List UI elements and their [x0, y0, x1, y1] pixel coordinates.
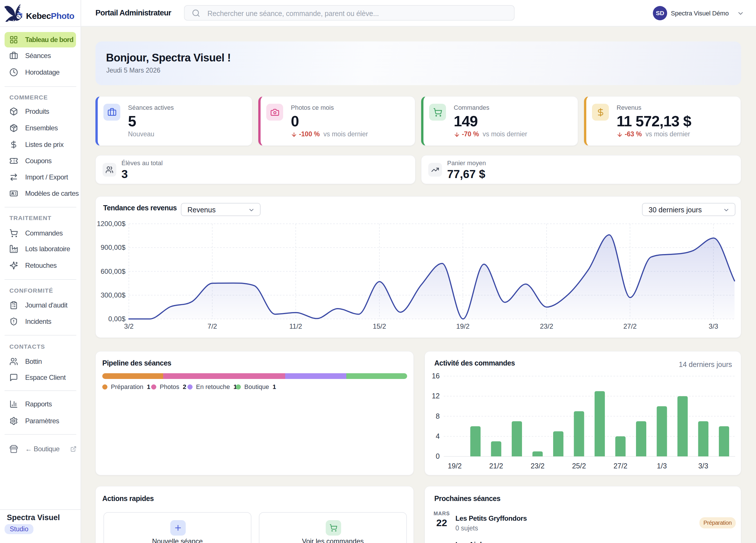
svg-text:19/2: 19/2 [456, 322, 470, 330]
svg-text:15/2: 15/2 [373, 322, 386, 330]
svg-text:1/3: 1/3 [657, 462, 667, 470]
svg-text:7/2: 7/2 [207, 322, 217, 330]
svg-text:3/3: 3/3 [709, 322, 718, 330]
svg-text:27/2: 27/2 [623, 322, 637, 330]
svg-text:12: 12 [432, 392, 440, 400]
svg-text:11/2: 11/2 [289, 322, 302, 330]
svg-text:1200,00$: 1200,00$ [97, 220, 125, 227]
svg-text:900,00$: 900,00$ [101, 243, 125, 251]
svg-text:3/2: 3/2 [124, 322, 133, 330]
svg-text:0,00$: 0,00$ [108, 315, 125, 323]
svg-text:21/2: 21/2 [489, 462, 503, 470]
svg-text:600,00$: 600,00$ [101, 267, 125, 275]
svg-text:25/2: 25/2 [572, 462, 586, 470]
svg-text:27/2: 27/2 [613, 462, 627, 470]
svg-text:23/2: 23/2 [540, 322, 553, 330]
svg-text:4: 4 [436, 432, 440, 440]
svg-text:0: 0 [436, 452, 440, 460]
svg-text:8: 8 [436, 412, 440, 420]
svg-text:19/2: 19/2 [448, 462, 462, 470]
svg-text:16: 16 [432, 372, 440, 380]
svg-text:3/3: 3/3 [698, 462, 708, 470]
svg-text:23/2: 23/2 [531, 462, 545, 470]
svg-text:300,00$: 300,00$ [101, 291, 125, 299]
